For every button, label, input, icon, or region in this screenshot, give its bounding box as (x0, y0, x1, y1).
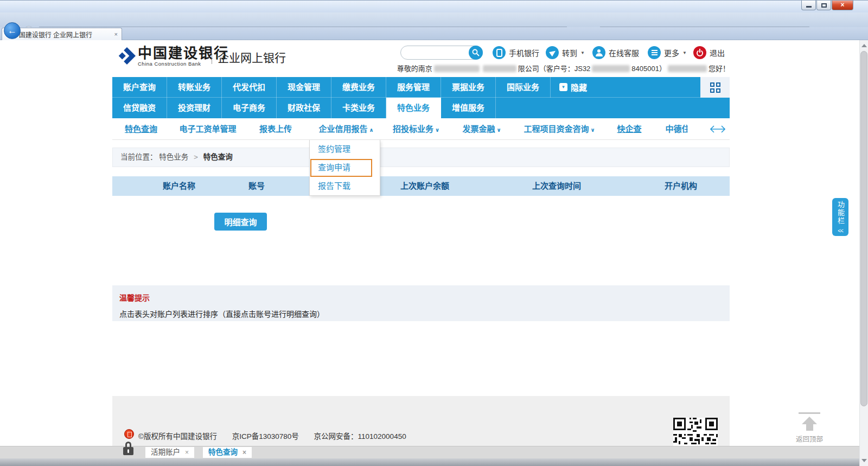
column-account-name[interactable]: 账户名称 (163, 176, 195, 196)
subnav-sino-german[interactable]: 中德住 (666, 118, 688, 140)
nav-item-fiscal[interactable]: 财政社保 (277, 98, 331, 118)
greeting-company: 限公司（客户号：JS32 (518, 65, 591, 73)
redacted-smudge (592, 65, 630, 72)
arrow-stem-icon (806, 424, 813, 431)
nav-hide-button[interactable]: ▼ 隐藏 (551, 77, 596, 97)
nav-item-international[interactable]: 国际业务 (496, 77, 551, 98)
redacted-smudge (434, 65, 480, 72)
function-panel-toggle[interactable]: 功能栏 << (832, 198, 848, 236)
scroll-up-icon[interactable] (861, 44, 867, 47)
more-list-icon (648, 46, 661, 59)
breadcrumb-label: 当前位置： (120, 153, 157, 161)
tab-title: 中国建设银行 企业网上银行 (12, 30, 112, 39)
logout-label: 退出 (710, 47, 725, 58)
ccb-logo[interactable] (118, 46, 136, 68)
nav-item-payment[interactable]: 缴费业务 (331, 77, 386, 98)
back-to-top-label: 返回顶部 (789, 433, 829, 444)
nav-hide-label: 隐藏 (571, 81, 587, 93)
nav-item-service-mgmt[interactable]: 服务管理 (386, 77, 441, 98)
page-content: 中国建设银行 China Construction Bank 企业网上银行 手机… (0, 40, 859, 466)
more-label: 更多 (664, 47, 679, 58)
page-footer: ©版权所有中国建设银行 京ICP备13030780号 京公网安备：1101020… (112, 396, 730, 446)
redacted-smudge (483, 65, 516, 72)
brand-name-en: China Construction Bank (138, 61, 229, 67)
back-to-top-button[interactable]: 返回顶部 (789, 412, 829, 444)
detail-query-button[interactable]: 明细查询 (214, 213, 267, 231)
tab-close-icon[interactable]: × (242, 449, 246, 456)
nav-row-1: 账户查询 转账业务 代发代扣 现金管理 缴费业务 服务管理 票据业务 国际业务 … (112, 77, 730, 98)
subnav-scroll-arrows-icon[interactable] (710, 125, 725, 135)
logout-link[interactable]: 退出 (693, 46, 725, 60)
close-button[interactable]: × (832, 1, 853, 10)
nav-grid-button[interactable] (700, 77, 730, 98)
column-last-query-time[interactable]: 上次查询时间 (532, 176, 581, 196)
power-icon (693, 46, 706, 59)
nav-item-investment[interactable]: 投资理财 (167, 98, 222, 118)
collapse-arrows-icon: << (832, 228, 848, 234)
browser-titlebar: × (0, 0, 868, 12)
nav-item-transfer[interactable]: 转账业务 (167, 77, 222, 98)
scroll-down-icon[interactable] (861, 459, 867, 462)
subnav-bidding[interactable]: 招投标业务∨ (393, 118, 439, 140)
tab-close-icon[interactable]: × (114, 31, 118, 37)
mobile-banking-icon (493, 46, 506, 59)
nav-item-cards[interactable]: 卡类业务 (331, 98, 386, 118)
online-service-icon (592, 46, 605, 59)
nav-item-bills[interactable]: 票据业务 (441, 77, 496, 98)
credit-report-dropdown: 签约管理 查询申请 报告下载 (309, 140, 380, 196)
footer-text: ©版权所有中国建设银行 京ICP备13030780号 京公网安备：1101020… (138, 430, 419, 441)
nav-item-cash-mgmt[interactable]: 现金管理 (277, 77, 331, 98)
breadcrumb-section[interactable]: 特色业务 (159, 153, 188, 161)
column-opening-branch[interactable]: 开户机构 (665, 176, 697, 196)
goto-link[interactable]: 转到 ▼ (546, 46, 585, 60)
site-search-input[interactable] (406, 47, 466, 59)
greeting-prefix: 尊敬的南京 (397, 65, 432, 73)
grid-icon (710, 82, 720, 93)
chevron-up-icon: ∧ (369, 127, 373, 133)
tab-close-icon[interactable]: × (185, 449, 189, 456)
browser-addressbar: ← → 建设银行 证 ▾ e https://b2b.ccb.com/NCCB/… (0, 12, 868, 27)
scrollbar-thumb[interactable] (860, 51, 867, 406)
nav-item-agency[interactable]: 代发代扣 (222, 77, 277, 98)
window-bottom-strip (0, 458, 859, 466)
subnav-project-funds[interactable]: 工程项目资金咨询∨ (524, 118, 595, 140)
chevron-down-icon: ▼ (682, 50, 687, 55)
subnav-credit-report[interactable]: 企业信用报告∧ (318, 118, 373, 140)
dropdown-item-sign-mgmt[interactable]: 签约管理 (310, 140, 380, 158)
online-service-link[interactable]: 在线客服 (592, 46, 639, 60)
goto-label: 转到 (562, 47, 577, 58)
nav-item-credit[interactable]: 信贷融资 (112, 98, 167, 118)
site-search-box[interactable] (400, 46, 483, 60)
column-last-balance[interactable]: 上次账户余额 (400, 176, 449, 196)
dropdown-item-report-download[interactable]: 报告下载 (310, 177, 380, 195)
subnav-payroll[interactable]: 电子工资单管理 (179, 118, 236, 140)
back-button[interactable]: ← (4, 22, 21, 39)
subnav-invoice-finance[interactable]: 发票金融∨ (462, 118, 501, 140)
subnav-report-upload[interactable]: 报表上传 (259, 118, 292, 140)
dropdown-item-query-apply[interactable]: 查询申请 (310, 158, 380, 177)
bottom-tab-current-account[interactable]: 活期账户× (145, 447, 194, 458)
lock-icon (123, 442, 133, 457)
minimize-button[interactable] (801, 1, 816, 10)
more-link[interactable]: 更多 ▼ (648, 46, 687, 60)
chevron-down-icon: ∨ (496, 127, 501, 133)
user-greeting: 尊敬的南京限公司（客户号：JS328405001）您好！ (397, 63, 730, 73)
maximize-button[interactable] (816, 1, 831, 10)
subnav-quick-check[interactable]: 快企查 (617, 118, 641, 140)
subnav-special-query[interactable]: 特色查询 (125, 118, 157, 140)
mobile-banking-label: 手机银行 (509, 47, 539, 58)
qr-code (673, 418, 718, 446)
brand-text[interactable]: 中国建设银行 China Construction Bank (138, 46, 229, 67)
nav-item-ecommerce[interactable]: 电子商务 (222, 98, 277, 118)
bottom-tab-special-query[interactable]: 特色查询× (203, 447, 252, 458)
nav-item-value-added[interactable]: 增值服务 (441, 98, 496, 118)
column-account-number[interactable]: 账号 (248, 176, 265, 196)
breadcrumb-current: 特色查询 (203, 153, 233, 161)
nav-item-account-query[interactable]: 账户查询 (112, 77, 167, 98)
site-search-button[interactable] (469, 46, 483, 60)
vertical-scrollbar[interactable] (859, 40, 868, 466)
mobile-banking-link[interactable]: 手机银行 (493, 46, 539, 60)
breadcrumb: 当前位置： 特色业务 > 特色查询 (112, 148, 730, 167)
chevron-down-icon: ▼ (580, 50, 585, 55)
nav-item-special-active[interactable]: 特色业务 (386, 98, 441, 118)
